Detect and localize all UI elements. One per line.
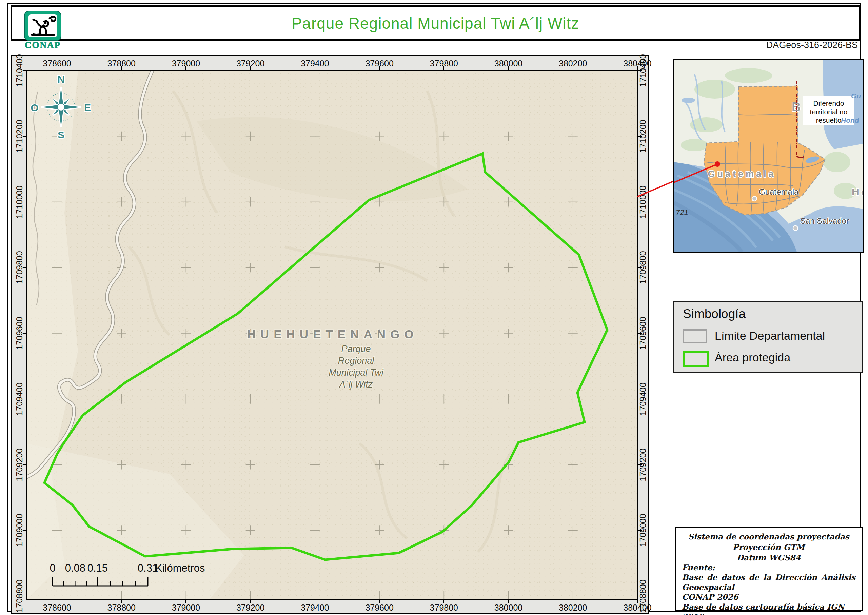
honduras-land-label-fragment: Ho bbox=[852, 186, 863, 197]
legend: Simbología Límite Departamental Área pro… bbox=[673, 301, 863, 373]
country-label: Guatemala bbox=[708, 169, 776, 179]
vegetation-patch bbox=[725, 68, 773, 83]
axis-label-easting: 380200 bbox=[559, 603, 587, 613]
terrain-patch bbox=[27, 443, 244, 599]
map-canvas: HUEHUETENANGOParqueRegionalMunicipal Twi… bbox=[27, 70, 637, 599]
axis-label-easting: 379200 bbox=[236, 603, 264, 613]
axis-tick bbox=[573, 66, 573, 70]
axis-tick bbox=[23, 136, 27, 137]
terrain-crease bbox=[173, 91, 217, 213]
legend-item-label: Límite Departamental bbox=[715, 329, 825, 342]
axis-tick bbox=[379, 599, 380, 603]
map-sheet: CONAP Parque Regional Municipal Twi A´lj… bbox=[0, 0, 868, 615]
axis-tick bbox=[121, 66, 122, 70]
axis-label-easting: 379800 bbox=[430, 603, 458, 613]
header: CONAP Parque Regional Municipal Twi A´lj… bbox=[11, 5, 860, 41]
compass-cardinal-label: S bbox=[58, 129, 64, 140]
conap-monkey-icon bbox=[23, 10, 64, 41]
source-line: Base de datos de la Dirección Análisis G… bbox=[682, 572, 856, 592]
compass-cardinal-label: O bbox=[31, 102, 38, 113]
axis-tick bbox=[637, 136, 642, 137]
axis-label-easting: 378800 bbox=[108, 603, 136, 613]
dispute-note-text: territorial no bbox=[810, 108, 848, 116]
axis-tick bbox=[23, 530, 27, 531]
dispute-note-text: Diferendo bbox=[813, 99, 844, 107]
terrain-crease bbox=[129, 247, 170, 335]
park-name-label: Parque bbox=[341, 344, 371, 354]
inset-pointer-line bbox=[635, 156, 677, 202]
axis-label-easting: 380000 bbox=[494, 603, 523, 613]
axis-tick bbox=[443, 66, 444, 70]
axis-tick bbox=[250, 599, 251, 603]
axis-tick bbox=[573, 599, 573, 603]
conap-logo: CONAP bbox=[23, 10, 64, 48]
park-name-label: Regional bbox=[338, 356, 375, 366]
axis-tick bbox=[315, 66, 315, 70]
axis-tick bbox=[250, 66, 251, 70]
lagoon bbox=[682, 98, 695, 103]
scale-bar-value: 0.08 bbox=[65, 562, 86, 574]
axis-tick bbox=[121, 599, 122, 603]
departmental-limit-swatch bbox=[683, 329, 707, 343]
axis-label-easting: 379000 bbox=[172, 603, 200, 613]
axis-tick bbox=[186, 66, 186, 70]
scale-bar-value: 0 bbox=[50, 562, 55, 574]
axis-label-easting: 379400 bbox=[301, 603, 329, 613]
terrain-crease bbox=[285, 247, 427, 281]
document-code: DAGeos-316-2026-BS bbox=[766, 40, 858, 50]
source-line: CONAP 2026 bbox=[682, 592, 856, 602]
vegetation-patch bbox=[695, 80, 735, 99]
axis-tick bbox=[637, 465, 642, 465]
gulf-label-fragment: Gu bbox=[851, 92, 861, 100]
axis-label-northing: 1708800 bbox=[14, 576, 24, 615]
inset-map-graphics: BDiferendoterritorial noresueltoGuatemal… bbox=[674, 60, 863, 252]
axis-tick bbox=[23, 465, 27, 465]
axis-tick bbox=[23, 267, 27, 268]
crs-line: Datum WGS84 bbox=[682, 553, 856, 562]
crs-line: Sistema de coordenadas proyectadas bbox=[682, 532, 856, 542]
axis-tick bbox=[23, 333, 27, 334]
san-salvador-dot bbox=[793, 226, 798, 231]
vegetation-patch bbox=[823, 152, 850, 172]
scale-bar-unit: Kilómetros bbox=[155, 562, 205, 574]
axis-tick bbox=[23, 399, 27, 400]
crs-line: Proyección GTM bbox=[682, 542, 856, 552]
axis-tick bbox=[315, 599, 315, 603]
park-name-label: Municipal Twi bbox=[329, 367, 384, 378]
protected-area-swatch bbox=[683, 351, 709, 367]
axis-tick bbox=[637, 70, 642, 71]
capital-city-dot bbox=[752, 196, 757, 201]
scale-bar-value: 0.15 bbox=[87, 562, 108, 574]
axis-tick bbox=[508, 66, 509, 70]
inset-locator-map: BDiferendoterritorial noresueltoGuatemal… bbox=[673, 59, 864, 253]
dispute-note-text: resuelto bbox=[816, 116, 841, 124]
compass-cardinal-label: E bbox=[84, 102, 91, 113]
axis-tick bbox=[637, 267, 642, 268]
map-graphics: HUEHUETENANGOParqueRegionalMunicipal Twi… bbox=[27, 70, 637, 599]
source-info-box: Sistema de coordenadas proyectadas Proye… bbox=[675, 526, 863, 610]
source-label: Fuente: bbox=[682, 562, 856, 572]
map-frame: HUEHUETENANGOParqueRegionalMunicipal Twi… bbox=[11, 55, 649, 613]
park-location-dot bbox=[715, 161, 720, 167]
source-line: Base de datos cartografía básica IGN 201… bbox=[682, 602, 856, 615]
legend-item-label: Área protegida bbox=[715, 351, 790, 364]
san-salvador-label: San Salvador bbox=[800, 216, 849, 225]
belize-label-fragment: B bbox=[792, 100, 801, 114]
depth-label: 721 bbox=[676, 208, 688, 217]
page-title: Parque Regional Municipal Twi A´lj Witz bbox=[114, 14, 757, 33]
honduras-water-label-fragment: Hond bbox=[841, 116, 860, 124]
compass-cardinal-label: N bbox=[57, 73, 65, 85]
axis-tick bbox=[637, 530, 642, 531]
axis-tick bbox=[637, 399, 642, 400]
conap-logo-text: CONAP bbox=[23, 40, 62, 50]
terrain-patch bbox=[197, 117, 468, 201]
terrain-crease bbox=[478, 443, 519, 552]
vegetation-patch bbox=[681, 139, 708, 151]
axis-tick bbox=[508, 599, 509, 603]
axis-tick bbox=[23, 596, 27, 596]
terrain-crease bbox=[359, 443, 407, 539]
axis-tick bbox=[57, 66, 57, 70]
axis-tick bbox=[637, 333, 642, 334]
axis-tick bbox=[443, 599, 444, 603]
capital-city-label: Guatemala bbox=[759, 187, 799, 196]
